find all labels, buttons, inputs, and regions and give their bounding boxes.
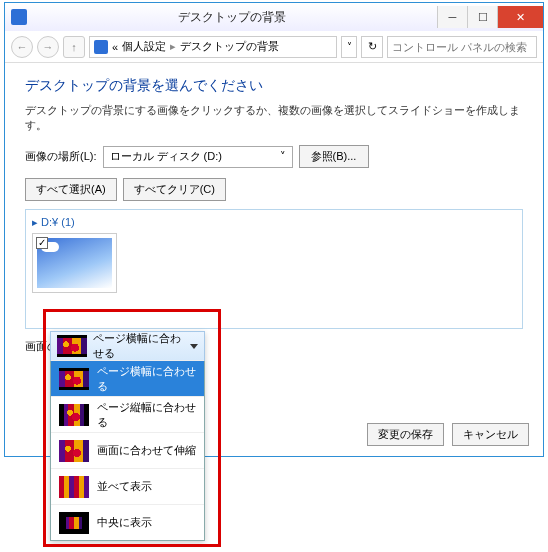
maximize-button[interactable]: ☐ — [467, 6, 497, 28]
browse-button[interactable]: 参照(B)... — [299, 145, 369, 168]
select-all-button[interactable]: すべて選択(A) — [25, 178, 117, 201]
app-icon — [11, 9, 27, 25]
close-button[interactable]: ✕ — [497, 6, 543, 28]
breadcrumb[interactable]: « 個人設定 ▸ デスクトップの背景 — [89, 36, 337, 58]
refresh-button[interactable]: ↻ — [361, 36, 383, 58]
position-combo[interactable]: ページ横幅に合わせる — [50, 331, 205, 361]
chevron-right-icon: ▸ — [170, 40, 176, 53]
back-button[interactable]: ← — [11, 36, 33, 58]
search-input[interactable] — [387, 36, 537, 58]
minimize-button[interactable]: ─ — [437, 6, 467, 28]
location-combo[interactable]: ローカル ディスク (D:) ˅ — [103, 146, 293, 168]
description: デスクトップの背景にする画像をクリックするか、複数の画像を選択してスライドショー… — [25, 103, 523, 133]
save-button[interactable]: 変更の保存 — [367, 423, 444, 446]
location-label: 画像の場所(L): — [25, 149, 97, 164]
heading: デスクトップの背景を選んでください — [25, 77, 523, 95]
location-row: 画像の場所(L): ローカル ディスク (D:) ˅ 参照(B)... — [25, 145, 523, 168]
position-dropdown: ページ横幅に合わせる ページ横幅に合わせる ページ縦幅に合わせる 画面に合わせて… — [50, 331, 205, 541]
clear-all-button[interactable]: すべてクリア(C) — [123, 178, 226, 201]
image-thumbnail[interactable]: ✓ — [32, 233, 117, 293]
position-option-fitwidth[interactable]: ページ横幅に合わせる — [51, 360, 204, 396]
breadcrumb-b[interactable]: デスクトップの背景 — [180, 39, 279, 54]
bottom-bar: 変更の保存 キャンセル — [367, 423, 529, 446]
thumbnail-checkbox[interactable]: ✓ — [36, 237, 48, 249]
navbar: ← → ↑ « 個人設定 ▸ デスクトップの背景 ˅ ↻ — [5, 31, 543, 63]
up-button[interactable]: ↑ — [63, 36, 85, 58]
images-panel: ▸ D:¥ (1) ✓ — [25, 209, 523, 329]
position-option-stretch[interactable]: 画面に合わせて伸縮 — [51, 432, 204, 468]
position-option-tile[interactable]: 並べて表示 — [51, 468, 204, 504]
position-option-fitheight[interactable]: ページ縦幅に合わせる — [51, 396, 204, 432]
position-selected: ページ横幅に合わせる — [93, 331, 184, 361]
forward-button[interactable]: → — [37, 36, 59, 58]
thumbnail-preview — [37, 238, 112, 288]
position-option-center[interactable]: 中央に表示 — [51, 504, 204, 540]
window-title: デスクトップの背景 — [27, 9, 437, 26]
window-buttons: ─ ☐ ✕ — [437, 6, 543, 28]
cp-icon — [94, 40, 108, 54]
content: デスクトップの背景を選んでください デスクトップの背景にする画像をクリックするか… — [5, 63, 543, 368]
breadcrumb-prefix: « — [112, 41, 118, 53]
toolbar: すべて選択(A) すべてクリア(C) — [25, 178, 523, 201]
group-label[interactable]: ▸ D:¥ (1) — [32, 216, 516, 229]
titlebar: デスクトップの背景 ─ ☐ ✕ — [5, 3, 543, 31]
breadcrumb-a[interactable]: 個人設定 — [122, 39, 166, 54]
location-value: ローカル ディスク (D:) — [110, 149, 222, 164]
chevron-down-icon: ˅ — [280, 150, 286, 163]
cancel-button[interactable]: キャンセル — [452, 423, 529, 446]
address-dropdown-button[interactable]: ˅ — [341, 36, 357, 58]
